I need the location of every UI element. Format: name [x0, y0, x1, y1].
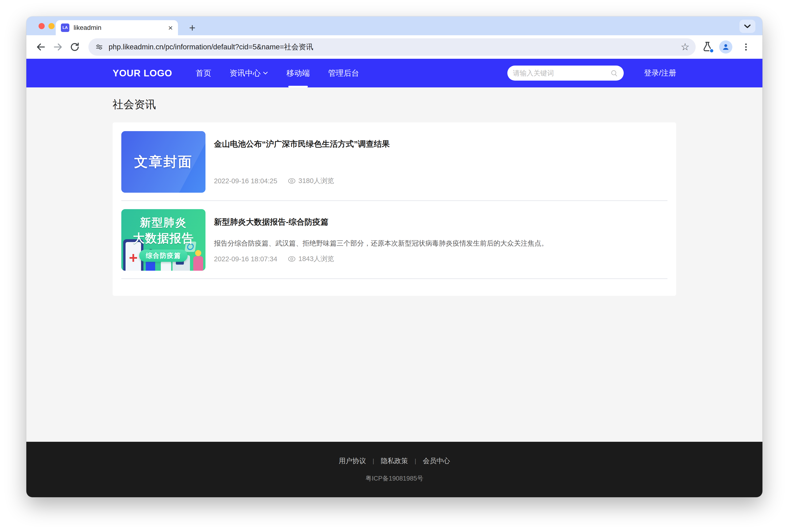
footer-separator: |: [415, 457, 416, 465]
tab-strip: LA likeadmin × +: [26, 16, 763, 35]
article-views: 3180人浏览: [287, 176, 334, 186]
tab-close-icon[interactable]: ×: [168, 24, 173, 32]
article-description: 报告分综合防疫篇、武汉篇、拒绝野味篇三个部分，还原本次新型冠状病毒肺炎疫情发生前…: [214, 238, 668, 249]
main-content: 社会资讯 文章封面 金山电池公布“沪广深市民绿色生活方式”调查结果 2022-0…: [26, 88, 763, 442]
reload-icon: [70, 42, 80, 52]
footer-links: 用户协议 | 隐私政策 | 会员中心: [339, 456, 450, 466]
footer-link-user-agreement[interactable]: 用户协议: [339, 456, 366, 466]
article-item[interactable]: 文章封面 金山电池公布“沪广深市民绿色生活方式”调查结果 2022-09-16 …: [121, 131, 668, 193]
article-thumbnail[interactable]: 新型肺炎 大数据报告 综合防疫篇: [121, 209, 205, 271]
article-title[interactable]: 新型肺炎大数据报告-综合防疫篇: [214, 217, 668, 227]
experiments-button[interactable]: [702, 41, 713, 53]
new-tab-button[interactable]: +: [186, 22, 199, 34]
forward-button[interactable]: [50, 39, 65, 55]
person-illustration: [193, 256, 203, 271]
divider: [121, 201, 668, 201]
person-illustration: [161, 260, 171, 271]
site-footer: 用户协议 | 隐私政策 | 会员中心 粤ICP备19081985号: [26, 442, 763, 497]
article-list-card: 文章封面 金山电池公布“沪广深市民绿色生活方式”调查结果 2022-09-16 …: [113, 122, 676, 296]
back-button[interactable]: [33, 39, 49, 55]
article-meta: 2022-09-16 18:04:25 3180人浏览: [214, 176, 668, 193]
nav-item-home[interactable]: 首页: [195, 64, 212, 82]
nav-item-admin[interactable]: 管理后台: [327, 64, 360, 82]
footer-separator: |: [373, 457, 374, 465]
eye-icon: [287, 256, 296, 262]
nav-menu: 首页 资讯中心 移动端 管理后台: [195, 64, 360, 82]
url-text[interactable]: php.likeadmin.cn/pc/information/default?…: [109, 42, 676, 52]
search-input[interactable]: [513, 69, 610, 77]
forward-icon: [53, 42, 63, 52]
chevron-down-icon: [263, 72, 268, 75]
reload-button[interactable]: [67, 39, 82, 55]
browser-tab[interactable]: LA likeadmin ×: [56, 20, 178, 35]
footer-link-member-center[interactable]: 会员中心: [423, 456, 450, 466]
close-window-button[interactable]: [39, 23, 45, 29]
icp-number: 粤ICP备19081985号: [365, 474, 423, 483]
article-meta: 2022-09-16 18:07:34 1843人浏览: [214, 254, 668, 271]
search-box[interactable]: [507, 65, 624, 81]
footer-link-privacy-policy[interactable]: 隐私政策: [381, 456, 408, 466]
article-item[interactable]: 新型肺炎 大数据报告 综合防疫篇 新型肺炎大数据报告-综合防疫篇 报告分综合防疫…: [121, 209, 668, 271]
thumbnail-text-line1: 新型肺炎: [140, 215, 187, 230]
notification-dot: [709, 49, 714, 53]
site-settings-icon[interactable]: [95, 42, 104, 52]
page-title: 社会资讯: [113, 97, 676, 112]
tab-title: likeadmin: [74, 24, 164, 32]
site-navbar: YOUR LOGO 首页 资讯中心 移动端 管理后台: [26, 59, 763, 88]
site-favicon: LA: [61, 23, 69, 32]
browser-toolbar: php.likeadmin.cn/pc/information/default?…: [26, 35, 763, 59]
toolbar-right: [702, 39, 755, 55]
menu-button[interactable]: [738, 39, 753, 55]
article-date: 2022-09-16 18:04:25: [214, 177, 277, 185]
kebab-menu-icon: [741, 42, 751, 52]
minimize-window-button[interactable]: [49, 23, 55, 29]
nav-item-news-center[interactable]: 资讯中心: [228, 64, 269, 82]
search-icon[interactable]: [610, 69, 618, 77]
article-title[interactable]: 金山电池公布“沪广深市民绿色生活方式”调查结果: [214, 139, 668, 149]
nav-item-mobile[interactable]: 移动端: [285, 64, 311, 82]
thumbnail-text: 文章封面: [134, 153, 192, 171]
login-register-link[interactable]: 登录/注册: [644, 68, 676, 78]
divider: [121, 279, 668, 279]
bookmark-star-icon[interactable]: ☆: [681, 42, 690, 52]
chevron-down-icon: [744, 24, 751, 28]
article-date: 2022-09-16 18:07:34: [214, 255, 277, 263]
profile-avatar[interactable]: [719, 40, 732, 54]
thumbnail-text-line2: 大数据报告: [133, 230, 194, 246]
eye-icon: [287, 178, 296, 184]
thumbnail-badge: 综合防疫篇: [139, 250, 188, 262]
back-icon: [36, 42, 46, 52]
person-icon: [721, 43, 730, 51]
tab-search-button[interactable]: [739, 20, 755, 33]
site-logo[interactable]: YOUR LOGO: [113, 68, 172, 78]
article-thumbnail[interactable]: 文章封面: [121, 131, 205, 193]
browser-window: LA likeadmin × +: [26, 16, 763, 497]
address-bar[interactable]: php.likeadmin.cn/pc/information/default?…: [88, 38, 696, 56]
article-views: 1843人浏览: [287, 254, 334, 264]
